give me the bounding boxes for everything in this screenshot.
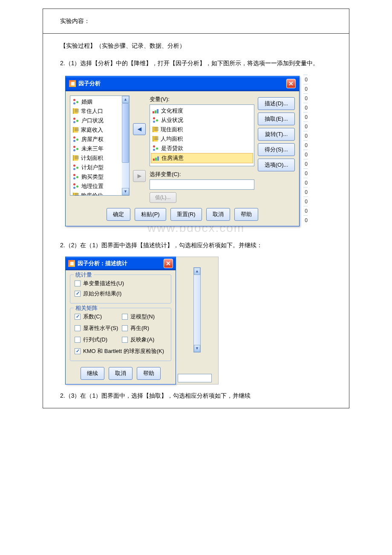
process-heading: 【实验过程】（实验步骤、记录、数据、分析） xyxy=(48,37,344,55)
scroll-down-icon: ▼ xyxy=(194,345,200,352)
anti-image-checkbox[interactable] xyxy=(122,337,128,343)
step-2-1: 2.（1）选择【分析】中的【降维】，打开【因子分析】，如下图所示，将选项一一添加… xyxy=(48,55,344,72)
value-button: 值(L)... xyxy=(150,192,176,203)
target-var-item[interactable]: 住房满意 xyxy=(151,153,253,163)
source-var-item[interactable]: 房屋产权 xyxy=(71,135,128,144)
describe-button[interactable]: 描述(D)... xyxy=(258,97,295,110)
scroll-thumb[interactable] xyxy=(122,103,129,163)
extract-button[interactable]: 抽取(E)... xyxy=(258,113,295,125)
step-2-2: 2.（2）在（1）图界面中选择【描述统计】，勾选相应分析项如下。并继续： xyxy=(48,237,344,254)
initial-solution-checkbox[interactable] xyxy=(75,291,81,297)
var-label: 计划户型 xyxy=(81,164,104,171)
inverse-checkbox[interactable] xyxy=(122,314,128,320)
source-var-item[interactable]: 未来三年 xyxy=(71,144,128,153)
close-icon[interactable]: ✕ xyxy=(286,79,296,88)
target-var-item[interactable]: 是否贷款 xyxy=(151,144,253,153)
continue-button[interactable]: 继续 xyxy=(81,367,104,380)
var-label: 人均面积 xyxy=(161,135,183,143)
target-var-item[interactable]: 文化程度 xyxy=(151,106,253,116)
help-button-2[interactable]: 帮助 xyxy=(137,367,161,380)
options-button[interactable]: 选项(O)... xyxy=(258,159,295,171)
var-label: 文化程度 xyxy=(161,107,183,115)
var-label: 是否贷款 xyxy=(161,145,183,152)
correlation-matrix-groupbox: 相关矩阵 系数(C) 逆模型(N) 显著性水平(S) 再生(R) 行列式(D) … xyxy=(70,308,171,361)
scale-icon xyxy=(73,155,79,161)
var-label: 房屋产权 xyxy=(81,136,104,143)
document-frame: 实验内容： 【实验过程】（实验步骤、记录、数据、分析） 2.（1）选择【分析】中… xyxy=(43,9,349,408)
nominal-icon xyxy=(153,145,159,151)
paste-button[interactable]: 粘贴(P) xyxy=(135,208,166,221)
ok-button[interactable]: 确定 xyxy=(107,208,130,221)
kmo-checkbox[interactable] xyxy=(75,348,81,354)
scroll-up-icon: ▲ xyxy=(194,268,200,275)
source-variable-list[interactable]: 婚姻常住人口户口状况家庭收入房屋产权未来三年计划面积计划户型购买类型地理位置购房… xyxy=(70,95,130,196)
heading-text: 实验内容： xyxy=(48,12,344,30)
move-to-selection-button[interactable]: ► xyxy=(133,170,146,182)
nominal-icon xyxy=(73,165,80,170)
scrollbar-left[interactable]: ▲ ▼ xyxy=(122,96,129,195)
source-var-item[interactable]: 家庭收入 xyxy=(71,125,128,135)
source-var-item[interactable]: 常住人口 xyxy=(71,107,128,116)
scroll-up-icon[interactable]: ▲ xyxy=(122,96,129,103)
dialog2-title: 因子分析：描述统计 xyxy=(78,260,127,267)
ordinal-icon xyxy=(153,155,160,161)
var-label: 未来三年 xyxy=(81,145,104,153)
var-label: 住房满意 xyxy=(161,154,184,162)
significance-checkbox[interactable] xyxy=(75,325,81,331)
univariate-label: 单变量描述性(U) xyxy=(83,280,124,287)
selection-variable-box[interactable] xyxy=(150,179,254,190)
coefficients-checkbox[interactable] xyxy=(75,314,81,320)
nominal-icon xyxy=(73,183,80,189)
scores-button[interactable]: 得分(S)... xyxy=(258,143,295,156)
inverse-label: 逆模型(N) xyxy=(130,313,155,321)
nominal-icon xyxy=(73,174,80,179)
cancel-button[interactable]: 取消 xyxy=(206,208,230,221)
univariate-checkbox[interactable] xyxy=(75,280,81,286)
determinant-label: 行列式(D) xyxy=(83,336,107,344)
determinant-checkbox[interactable] xyxy=(75,337,81,343)
source-var-item[interactable]: 婚姻 xyxy=(71,97,128,107)
target-var-item[interactable]: 从业状况 xyxy=(151,116,253,125)
var-label: 户口状况 xyxy=(81,117,104,124)
scale-icon xyxy=(73,108,79,114)
significance-label: 显著性水平(S) xyxy=(83,324,118,332)
descriptives-dialog: ▦ 因子分析：描述统计 ✕ 统计量 单变量描述性(U) 原 xyxy=(65,257,176,384)
background-scrollbar: ▲ ▼ xyxy=(193,267,201,353)
move-to-variables-button[interactable]: ◄ xyxy=(133,123,146,135)
source-var-item[interactable]: 户口状况 xyxy=(71,116,128,125)
dialog2-titlebar: ▦ 因子分析：描述统计 ✕ xyxy=(66,257,176,270)
factor-analysis-dialog: ▦ 因子分析 ✕ 婚姻常住人口户口状况家庭收入房屋产权未来三年计划面积计划户型购… xyxy=(65,76,300,226)
var-label: 婚姻 xyxy=(81,98,92,106)
grid-zeros: 000000 000000 0000 xyxy=(303,75,308,225)
help-button[interactable]: 帮助 xyxy=(234,208,258,221)
source-var-item[interactable]: 计划面积 xyxy=(71,153,128,163)
dialog1-title: 因子分析 xyxy=(78,80,101,87)
var-label: 现住面积 xyxy=(161,126,183,133)
reset-button[interactable]: 重置(R) xyxy=(170,208,202,221)
variables-label: 变量(V): xyxy=(150,95,254,103)
coefficients-label: 系数(C) xyxy=(83,313,102,321)
nominal-icon xyxy=(73,146,80,151)
dialog1-titlebar: ▦ 因子分析 ✕ xyxy=(66,76,299,91)
anti-image-label: 反映象(A) xyxy=(130,336,154,344)
reproduced-label: 再生(R) xyxy=(130,324,149,332)
source-var-item[interactable]: 购买类型 xyxy=(71,172,128,182)
source-var-item[interactable]: 地理位置 xyxy=(71,182,128,191)
background-field xyxy=(178,374,212,382)
cancel-button-2[interactable]: 取消 xyxy=(109,367,133,380)
var-label: 计划面积 xyxy=(81,154,103,162)
rotate-button[interactable]: 旋转(T)... xyxy=(258,128,295,141)
target-var-item[interactable]: 现住面积 xyxy=(151,125,253,134)
reproduced-checkbox[interactable] xyxy=(122,325,128,331)
source-var-item[interactable]: 计划户型 xyxy=(71,163,128,172)
nominal-icon xyxy=(73,118,80,123)
scroll-down-icon[interactable]: ▼ xyxy=(122,188,129,195)
var-label: 地理位置 xyxy=(81,182,104,190)
close-icon[interactable]: ✕ xyxy=(164,259,173,268)
source-var-item[interactable]: 购房价位 xyxy=(71,191,128,196)
var-label: 从业状况 xyxy=(161,116,183,124)
target-var-item[interactable]: 人均面积 xyxy=(151,134,253,144)
statistics-groupbox: 统计量 单变量描述性(U) 原始分析结果(I) xyxy=(70,275,171,304)
variables-list[interactable]: 文化程度从业状况现住面积人均面积是否贷款住房满意 xyxy=(150,104,254,166)
var-label: 购房价位 xyxy=(81,192,103,196)
